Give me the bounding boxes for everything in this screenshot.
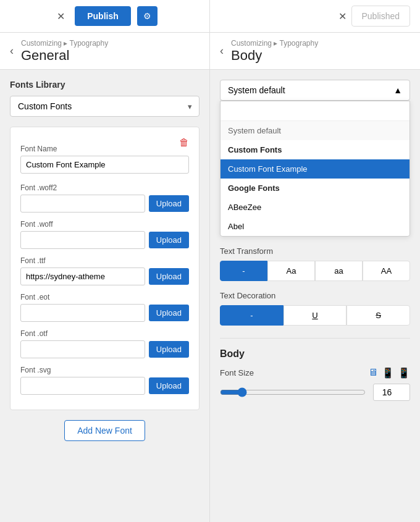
breadcrumb-right: ‹ Customizing ▸ Typography Body: [210, 33, 420, 69]
published-button: Published: [351, 6, 411, 27]
svg-input[interactable]: [20, 377, 145, 395]
back-left-button[interactable]: ‹: [10, 44, 14, 57]
fonts-library-label: Fonts Library: [10, 80, 200, 90]
body-section-title: Body: [220, 348, 410, 360]
svg-label: Font .svg: [20, 366, 189, 374]
top-bar-right: ✕ Published: [210, 0, 420, 32]
font-size-label: Font Size: [220, 368, 254, 377]
eot-input[interactable]: [20, 304, 145, 322]
dropdown-item-system-default[interactable]: System default: [220, 121, 410, 140]
right-page-title: Body: [231, 48, 318, 64]
ttf-label: Font .ttf: [20, 256, 189, 265]
slider-row: [220, 384, 410, 401]
woff2-input[interactable]: [20, 195, 145, 213]
main-content: Fonts Library Custom Fonts ▾ 🗑 Font Name…: [0, 70, 420, 522]
deco-underline-button[interactable]: U: [284, 305, 347, 326]
fonts-library-dropdown-wrapper: Custom Fonts ▾: [10, 96, 200, 117]
transform-none-button[interactable]: -: [220, 261, 267, 281]
close-left-button[interactable]: ✕: [52, 8, 70, 25]
breadcrumb-row: ‹ Customizing ▸ Typography General ‹ Cus…: [0, 33, 420, 70]
back-right-button[interactable]: ‹: [220, 44, 224, 57]
dropdown-item-abel[interactable]: Abel: [220, 217, 410, 236]
woff-row: Upload: [20, 231, 189, 249]
tablet-icon[interactable]: 📱: [382, 367, 394, 379]
font-name-input[interactable]: [20, 156, 189, 174]
eot-label: Font .eot: [20, 293, 189, 301]
top-bar: ✕ Publish ⚙ ✕ Published: [0, 0, 420, 33]
eot-upload-button[interactable]: Upload: [149, 305, 189, 321]
otf-input[interactable]: [20, 340, 145, 358]
publish-button[interactable]: Publish: [75, 6, 131, 26]
woff-upload-button[interactable]: Upload: [149, 232, 189, 248]
dropdown-group-custom-fonts: Custom Fonts: [220, 140, 410, 159]
otf-row: Upload: [20, 340, 189, 358]
text-decoration-label: Text Decoration: [220, 291, 410, 300]
transform-lowercase-button[interactable]: aa: [315, 261, 363, 281]
breadcrumb-left: ‹ Customizing ▸ Typography General: [0, 33, 210, 69]
otf-label: Font .otf: [20, 329, 189, 338]
deco-strikethrough-button[interactable]: S: [346, 305, 410, 326]
woff2-row: Upload: [20, 195, 189, 213]
woff2-label: Font .woff2: [20, 183, 189, 192]
font-dropdown-container: System default ▲ System default Custom F…: [220, 80, 410, 237]
mobile-icon[interactable]: 📱: [398, 367, 410, 379]
right-breadcrumb: Customizing ▸ Typography: [231, 39, 318, 48]
dropdown-item-abeezee[interactable]: ABeeZee: [220, 198, 410, 217]
woff-input[interactable]: [20, 231, 145, 249]
font-search-input[interactable]: [220, 101, 410, 121]
left-breadcrumb: Customizing ▸ Typography: [21, 39, 108, 48]
ttf-row: Upload: [20, 267, 189, 285]
font-dropdown-trigger[interactable]: System default ▲: [220, 80, 410, 101]
font-name-label: Font Name: [20, 145, 189, 153]
left-page-title: General: [21, 48, 108, 64]
otf-upload-button[interactable]: Upload: [149, 341, 189, 358]
close-right-button[interactable]: ✕: [334, 8, 351, 25]
desktop-icon[interactable]: 🖥: [368, 367, 378, 379]
font-card: 🗑 Font Name Font .woff2 Upload Font .wof…: [10, 127, 200, 410]
transform-uppercase-button[interactable]: AA: [363, 261, 410, 281]
text-decoration-row: - U S: [220, 305, 410, 326]
gear-button[interactable]: ⚙: [137, 6, 158, 26]
right-breadcrumb-text: Customizing ▸ Typography Body: [231, 38, 318, 64]
body-section: Body Font Size 🖥 📱 📱: [220, 338, 410, 401]
dropdown-item-custom-font-example[interactable]: Custom Font Example: [220, 159, 410, 179]
device-icons: 🖥 📱 📱: [368, 367, 410, 379]
svg-upload-button[interactable]: Upload: [149, 377, 189, 394]
woff2-upload-button[interactable]: Upload: [149, 195, 189, 212]
delete-font-button[interactable]: 🗑: [179, 137, 189, 148]
font-dropdown-arrow-icon: ▲: [393, 85, 402, 95]
font-dropdown-list: System default Custom Fonts Custom Font …: [220, 101, 410, 237]
top-bar-left: ✕ Publish ⚙: [0, 0, 210, 32]
left-panel: Fonts Library Custom Fonts ▾ 🗑 Font Name…: [0, 70, 210, 522]
dropdown-group-google-fonts: Google Fonts: [220, 179, 410, 198]
right-panel: System default ▲ System default Custom F…: [210, 70, 420, 522]
text-transform-row: - Aa aa AA: [220, 261, 410, 281]
font-size-row: Font Size 🖥 📱 📱: [220, 367, 410, 379]
fonts-library-dropdown[interactable]: Custom Fonts: [10, 96, 200, 117]
ttf-upload-button[interactable]: Upload: [149, 268, 189, 285]
ttf-input[interactable]: [20, 267, 145, 285]
font-size-slider[interactable]: [220, 387, 366, 397]
font-dropdown-value: System default: [228, 85, 285, 95]
font-size-input[interactable]: [373, 384, 410, 401]
svg-row: Upload: [20, 377, 189, 395]
deco-none-button[interactable]: -: [220, 305, 284, 326]
transform-capitalize-button[interactable]: Aa: [267, 261, 315, 281]
eot-row: Upload: [20, 304, 189, 322]
left-breadcrumb-text: Customizing ▸ Typography General: [21, 38, 108, 64]
woff-label: Font .woff: [20, 220, 189, 229]
text-transform-label: Text Transform: [220, 246, 410, 256]
add-new-font-button[interactable]: Add New Font: [64, 420, 145, 441]
